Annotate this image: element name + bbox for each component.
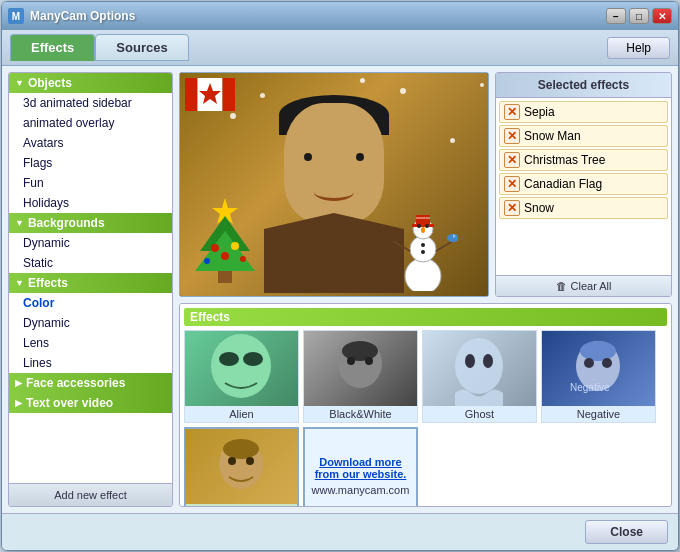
svg-point-41 (602, 358, 612, 368)
svg-rect-17 (412, 224, 434, 227)
svg-point-8 (211, 244, 219, 252)
sidebar-item-lens[interactable]: Lens (9, 333, 172, 353)
sidebar-item-lines[interactable]: Lines (9, 353, 172, 373)
sidebar-scroll[interactable]: ▼ Objects 3d animated sidebar animated o… (9, 73, 172, 483)
tab-effects[interactable]: Effects (10, 34, 95, 61)
snowman-overlay (388, 211, 458, 291)
svg-rect-0 (185, 78, 198, 111)
effect-thumb-bw[interactable]: ✕ Black&White (303, 330, 418, 423)
effect-thumb-sepia[interactable]: ✓ Sepia (184, 427, 299, 507)
sidebar-item-avatars[interactable]: Avatars (9, 133, 172, 153)
svg-point-46 (246, 457, 254, 465)
svg-rect-2 (223, 78, 236, 111)
effect-label-snow: Snow (524, 201, 554, 215)
help-button-wrap: Help (607, 37, 670, 59)
add-effect-button[interactable]: Add new effect (9, 483, 172, 506)
svg-point-34 (365, 357, 373, 365)
left-eye (304, 153, 312, 161)
window-title: ManyCam Options (30, 9, 600, 23)
remove-snowman-button[interactable]: ✕ (504, 128, 520, 144)
remove-xmastree-button[interactable]: ✕ (504, 152, 520, 168)
effects-grid-area: Effects ✕ Alien (179, 303, 672, 507)
sidebar-item-holidays[interactable]: Holidays (9, 193, 172, 213)
sepia-label: Sepia (186, 504, 297, 507)
sidebar-category-objects[interactable]: ▼ Objects (9, 73, 172, 93)
window-close-button[interactable]: ✕ (652, 8, 672, 24)
svg-point-13 (405, 258, 441, 291)
arrow-icon-face: ▶ (15, 378, 22, 388)
effect-thumb-negative[interactable]: ✕ Negative Negative (541, 330, 656, 423)
app-icon: M (8, 8, 24, 24)
minimize-button[interactable]: − (606, 8, 626, 24)
preview-box (179, 72, 489, 297)
svg-point-21 (421, 243, 425, 247)
svg-point-14 (410, 236, 436, 262)
svg-point-12 (240, 256, 246, 262)
arrow-icon: ▼ (15, 78, 24, 88)
sidebar-item-flags[interactable]: Flags (9, 153, 172, 173)
effect-thumb-ghost[interactable]: ✕ Ghost (422, 330, 537, 423)
face-eyes (304, 153, 364, 161)
svg-rect-16 (416, 215, 430, 225)
download-more-card[interactable]: Download more from our website. www.many… (303, 427, 418, 507)
svg-point-18 (417, 224, 421, 228)
selected-effects-title: Selected effects (496, 73, 671, 98)
svg-point-10 (221, 252, 229, 260)
sidebar-item-fun[interactable]: Fun (9, 173, 172, 193)
sidebar-category-backgrounds[interactable]: ▼ Backgrounds (9, 213, 172, 233)
download-link[interactable]: Download more from our website. (315, 456, 407, 480)
christmas-tree-overlay (185, 196, 265, 286)
list-item: ✕ Canadian Flag (499, 173, 668, 195)
effects-grid: ✕ Alien ✕ (184, 330, 667, 507)
svg-line-23 (393, 241, 410, 251)
svg-point-39 (580, 341, 616, 361)
remove-sepia-button[interactable]: ✕ (504, 104, 520, 120)
effects-list: ✕ Sepia ✕ Snow Man ✕ Christmas Tree ✕ (496, 98, 671, 275)
arrow-icon-eff: ▼ (15, 278, 24, 288)
maximize-button[interactable]: □ (629, 8, 649, 24)
list-item: ✕ Christmas Tree (499, 149, 668, 171)
svg-point-44 (223, 439, 259, 459)
sidebar-item-color[interactable]: Color (9, 293, 172, 313)
sidebar-item-animated[interactable]: animated overlay (9, 113, 172, 133)
sidebar-category-effects[interactable]: ▼ Effects (9, 273, 172, 293)
ghost-preview (423, 331, 536, 406)
svg-point-37 (483, 354, 493, 368)
close-button[interactable]: Close (585, 520, 668, 544)
svg-point-35 (455, 338, 503, 394)
bw-preview (304, 331, 417, 406)
svg-point-33 (347, 357, 355, 365)
sidebar-item-static[interactable]: Static (9, 253, 172, 273)
remove-flag-button[interactable]: ✕ (504, 176, 520, 192)
sepia-preview (185, 429, 298, 504)
sidebar-category-text[interactable]: ▶ Text over video (9, 393, 172, 413)
list-item: ✕ Snow Man (499, 125, 668, 147)
svg-line-24 (436, 241, 453, 251)
remove-snow-button[interactable]: ✕ (504, 200, 520, 216)
effects-section-title: Effects (184, 308, 667, 326)
bw-label: Black&White (304, 406, 417, 422)
tab-sources[interactable]: Sources (95, 34, 188, 61)
svg-point-29 (219, 352, 239, 366)
clear-all-button[interactable]: 🗑 Clear All (496, 275, 671, 296)
titlebar: M ManyCam Options − □ ✕ (2, 2, 678, 30)
preview-and-selected: Selected effects ✕ Sepia ✕ Snow Man ✕ Ch (179, 72, 672, 297)
sidebar-item-dynamic2[interactable]: Dynamic (9, 313, 172, 333)
effect-label-flag: Canadian Flag (524, 177, 602, 191)
svg-point-25 (447, 234, 458, 242)
sidebar-item-3d[interactable]: 3d animated sidebar (9, 93, 172, 113)
selected-effects-panel: Selected effects ✕ Sepia ✕ Snow Man ✕ Ch (495, 72, 672, 297)
svg-point-20 (421, 227, 425, 233)
sidebar-category-face[interactable]: ▶ Face accessories (9, 373, 172, 393)
effect-thumb-alien[interactable]: ✕ Alien (184, 330, 299, 423)
ghost-label: Ghost (423, 406, 536, 422)
sidebar-item-dynamic[interactable]: Dynamic (9, 233, 172, 253)
negative-preview: Negative (542, 331, 655, 406)
alien-preview (185, 331, 298, 406)
svg-point-22 (421, 250, 425, 254)
arrow-icon-bg: ▼ (15, 218, 24, 228)
help-button[interactable]: Help (607, 37, 670, 59)
svg-point-40 (584, 358, 594, 368)
download-url: www.manycam.com (312, 484, 410, 496)
kimono (264, 213, 404, 293)
